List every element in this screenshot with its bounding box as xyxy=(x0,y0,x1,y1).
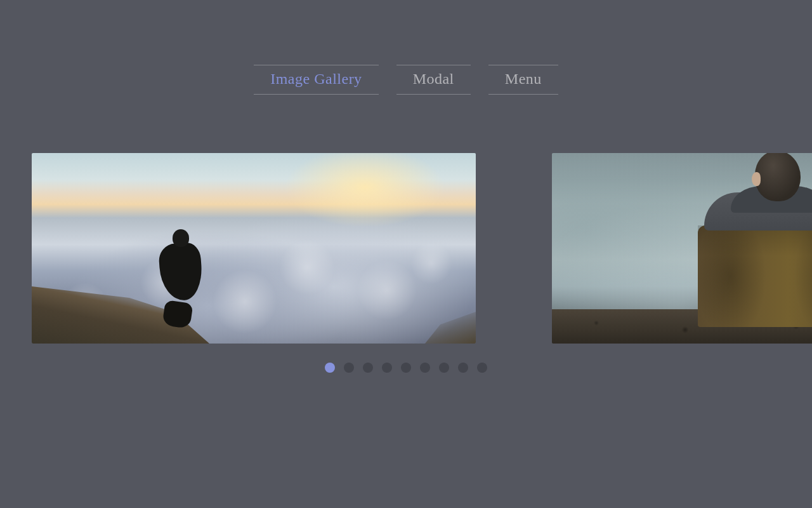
decorative-shape xyxy=(146,229,203,324)
tab-modal[interactable]: Modal xyxy=(396,65,471,95)
decorative-shape xyxy=(425,312,476,344)
image-gallery xyxy=(0,153,812,344)
tab-bar: Image Gallery Modal Menu xyxy=(0,0,812,95)
pager-dot-3[interactable] xyxy=(363,363,373,373)
tab-image-gallery[interactable]: Image Gallery xyxy=(254,65,378,95)
gallery-slide[interactable] xyxy=(32,153,476,344)
gallery-track[interactable] xyxy=(32,153,812,344)
pager-dot-6[interactable] xyxy=(420,363,430,373)
pager-dot-7[interactable] xyxy=(439,363,449,373)
decorative-shape xyxy=(679,153,812,322)
pager-dot-4[interactable] xyxy=(382,363,392,373)
tab-menu[interactable]: Menu xyxy=(488,65,558,95)
pager-dot-2[interactable] xyxy=(344,363,354,373)
gallery-pager xyxy=(0,363,812,373)
gallery-slide[interactable] xyxy=(552,153,812,344)
pager-dot-9[interactable] xyxy=(477,363,487,373)
pager-dot-5[interactable] xyxy=(401,363,411,373)
pager-dot-1[interactable] xyxy=(325,363,335,373)
pager-dot-8[interactable] xyxy=(458,363,468,373)
